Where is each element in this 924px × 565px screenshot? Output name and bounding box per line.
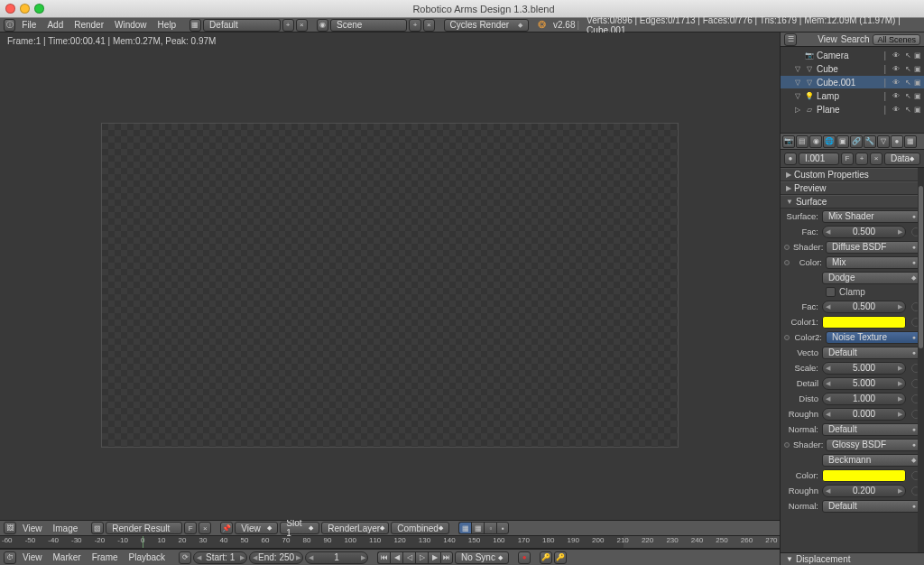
outliner-display-mode[interactable]: All Scenes <box>873 34 920 45</box>
timeline-editor-icon[interactable]: ⏱ <box>4 551 16 564</box>
timeline-ruler[interactable]: -60-50-40-30-20-100102030405060708090100… <box>0 536 780 549</box>
slider-detail[interactable]: ◀5.000▶ <box>822 377 906 390</box>
image-editor-type-icon[interactable]: 🖼 <box>4 522 16 534</box>
channel-z-icon[interactable]: ▪ <box>496 522 509 534</box>
tl-menu-frame[interactable]: Frame <box>88 552 123 562</box>
slot-select[interactable]: Slot 1◆ <box>280 522 319 534</box>
dd-noise-texture[interactable]: Noise Texture● <box>826 331 920 344</box>
scene-add-icon[interactable]: + <box>409 19 420 32</box>
auto-keyframe-icon[interactable]: ● <box>518 551 531 564</box>
dd-normal1[interactable]: Default● <box>822 423 920 436</box>
slider-disto[interactable]: ◀1.000▶ <box>822 393 906 405</box>
image-editor-viewport[interactable]: Frame:1 | Time:00:00.41 | Mem:0.27M, Pea… <box>0 32 780 520</box>
scene-dropdown[interactable]: Scene <box>330 19 407 32</box>
slider-roughn2[interactable]: ◀0.200▶ <box>822 485 906 497</box>
outliner-item[interactable]: ▷▱Plane|👁↖▣ <box>781 103 924 116</box>
jump-end-icon[interactable]: ⏭ <box>440 551 453 564</box>
restrict-select-icon[interactable]: ↖ <box>903 51 912 60</box>
restrict-select-icon[interactable]: ↖ <box>903 91 912 100</box>
restrict-select-icon[interactable]: ↖ <box>903 105 912 114</box>
keyframe-next-icon[interactable]: ▶ <box>428 551 440 564</box>
dd-distribution[interactable]: Beckmann◆ <box>822 454 920 467</box>
material-name-field[interactable]: I.001 <box>799 153 839 165</box>
tab-render-icon[interactable]: 📷 <box>782 135 795 148</box>
outliner-item[interactable]: 📷Camera|👁↖▣ <box>781 49 924 61</box>
image-view-mode[interactable]: View◆ <box>235 522 278 534</box>
keying-set-icon[interactable]: 🔑 <box>540 551 552 564</box>
outliner-item[interactable]: ▽💡Lamp|👁↖▣ <box>781 89 924 102</box>
tab-modifiers-icon[interactable]: 🔧 <box>864 135 876 148</box>
panel-preview[interactable]: ▶Preview <box>781 181 924 195</box>
slider-scale[interactable]: ◀5.000▶ <box>822 362 906 375</box>
restrict-select-icon[interactable]: ↖ <box>903 64 912 73</box>
menu-render[interactable]: Render <box>69 20 108 30</box>
socket-dot-icon[interactable] <box>784 245 790 250</box>
restrict-viewport-icon[interactable]: 👁 <box>892 91 901 100</box>
screen-layout-dropdown[interactable]: Default <box>203 19 280 32</box>
material-fake-user[interactable]: F <box>841 153 854 165</box>
start-frame-field[interactable]: ◀Start: 1▶ <box>193 551 247 564</box>
image-unlink-icon[interactable]: × <box>199 522 211 534</box>
material-del-icon[interactable]: × <box>870 153 882 165</box>
tab-renderlayers-icon[interactable]: ▤ <box>796 135 808 148</box>
end-frame-field[interactable]: ◀End: 250▶ <box>249 551 303 564</box>
image-datablock-icon[interactable]: ▧ <box>91 522 104 534</box>
pin-icon[interactable]: 📌 <box>220 522 233 534</box>
tab-data-icon[interactable]: ▽ <box>877 135 890 148</box>
menu-file[interactable]: File <box>17 20 41 30</box>
layout-del-icon[interactable]: × <box>296 19 308 32</box>
slider-roughn1[interactable]: ◀0.000▶ <box>822 408 906 421</box>
outliner-search-menu[interactable]: Search <box>841 34 870 44</box>
restrict-render-icon[interactable]: ▣ <box>913 105 922 114</box>
dd-diffuse[interactable]: Diffuse BSDF● <box>826 241 920 254</box>
outliner-item[interactable]: ▽▽Cube|👁↖▣ <box>781 62 924 75</box>
restrict-render-icon[interactable]: ▣ <box>913 91 922 100</box>
dd-color-mix[interactable]: Mix● <box>826 256 920 269</box>
menu-window[interactable]: Window <box>110 20 152 30</box>
img-menu-image[interactable]: Image <box>49 523 83 533</box>
restrict-render-icon[interactable]: ▣ <box>913 64 922 73</box>
slider-fac1[interactable]: ◀0.500▶ <box>822 226 906 238</box>
scrollbar-thumb[interactable] <box>919 186 923 348</box>
socket-dot-icon[interactable] <box>784 335 790 340</box>
tab-scene-icon[interactable]: ◉ <box>809 135 822 148</box>
channel-alpha-icon[interactable]: ▫ <box>484 522 496 534</box>
tab-world-icon[interactable]: 🌐 <box>823 135 836 148</box>
scene-del-icon[interactable]: × <box>423 19 435 32</box>
sync-mode-dropdown[interactable]: No Sync◆ <box>455 551 509 564</box>
panel-custom-properties[interactable]: ▶Custom Properties <box>781 168 924 181</box>
restrict-select-icon[interactable]: ↖ <box>903 78 912 87</box>
outliner-editor-icon[interactable]: ☰ <box>784 33 797 46</box>
layout-add-icon[interactable]: + <box>282 19 294 32</box>
render-layer-select[interactable]: RenderLayer◆ <box>321 522 389 534</box>
menu-add[interactable]: Add <box>42 20 68 30</box>
outliner-item[interactable]: ▽▽Cube.001|👁↖▣ <box>781 76 924 88</box>
channel-rgba-icon[interactable]: ▦ <box>458 522 471 534</box>
render-pass-select[interactable]: Combined◆ <box>391 522 449 534</box>
zoom-window-button[interactable] <box>34 4 44 14</box>
panel-surface[interactable]: ▼Surface <box>781 195 924 208</box>
use-preview-range-icon[interactable]: ⟳ <box>179 551 191 564</box>
tl-menu-marker[interactable]: Marker <box>49 552 86 562</box>
keyframe-prev-icon[interactable]: ◀ <box>390 551 402 564</box>
restrict-viewport-icon[interactable]: 👁 <box>892 64 901 73</box>
scene-icon[interactable]: ◉ <box>317 19 328 32</box>
jump-start-icon[interactable]: ⏮ <box>377 551 390 564</box>
dd-surface-shader[interactable]: Mix Shader● <box>822 210 920 223</box>
tab-texture-icon[interactable]: ▦ <box>904 135 917 148</box>
close-window-button[interactable] <box>5 4 15 14</box>
editor-type-icon[interactable]: ⓘ <box>4 19 15 32</box>
socket-dot-icon[interactable] <box>784 260 790 265</box>
panel-displacement[interactable]: ▼Displacement <box>781 552 924 565</box>
screen-layout-icon[interactable]: ▦ <box>189 19 201 32</box>
tab-object-icon[interactable]: ▣ <box>836 135 849 148</box>
material-icon[interactable]: ● <box>784 153 797 165</box>
image-fake-user[interactable]: F <box>184 522 197 534</box>
play-reverse-icon[interactable]: ◁ <box>402 551 415 564</box>
dd-blend-mode[interactable]: Dodge◆ <box>822 272 920 284</box>
dd-normal2[interactable]: Default● <box>822 500 920 513</box>
dd-vector[interactable]: Default● <box>822 347 920 359</box>
restrict-render-icon[interactable]: ▣ <box>913 78 922 87</box>
slider-fac2[interactable]: ◀0.500▶ <box>822 301 906 313</box>
tab-constraints-icon[interactable]: 🔗 <box>850 135 863 148</box>
